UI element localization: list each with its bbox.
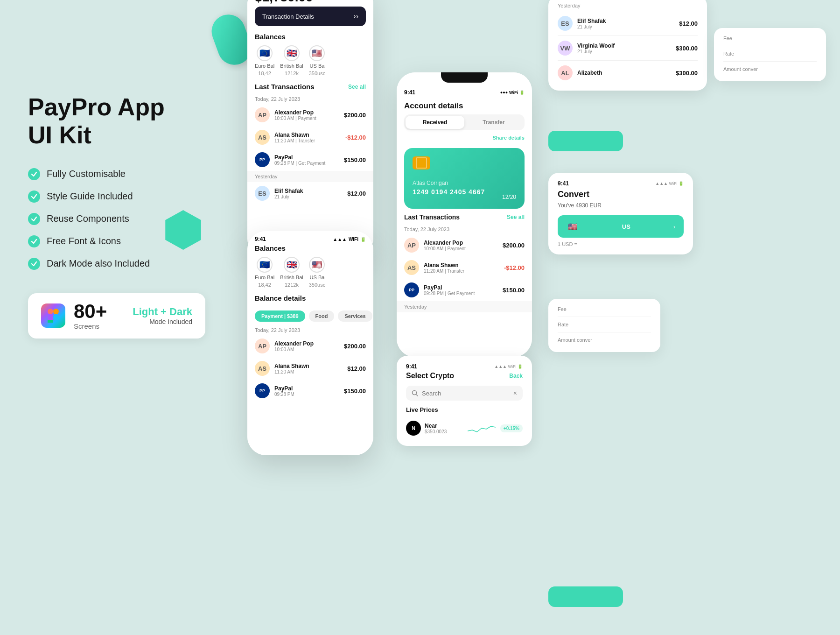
check-icon [28,258,40,270]
txn-3b: AS Alana Shawn 11:20 AM | Transfer -$12.… [397,256,532,279]
features-list: Fully Customisable Style Guide Included … [28,168,243,270]
filter-food[interactable]: Food [309,310,335,322]
filter-tabs: Payment | $389 Food Services Ren [247,307,373,325]
check-icon [28,235,40,247]
phone-balance: 9:41 ▲▲▲ WiFi 🔋 Balances 🇪🇺 Euro Bal 18,… [247,231,373,455]
flag-usd: 🇺🇸 [309,45,325,61]
crypto-item-near: N Near $350.0023 +0.15% [406,418,523,438]
filter-payment[interactable]: Payment | $389 [255,310,305,322]
flag-eur: 🇪🇺 [257,45,273,61]
phone-screen-3: 9:41 ●●●WiFi🔋 Account details Received T… [397,72,532,357]
near-icon: N [406,421,421,436]
txn-item-2b: AS Alana Shawn 11:20 AM $12.00 [247,357,373,380]
right-txn-alizabeth: AL Alizabeth $300.00 [558,63,698,83]
txn-3c: PP PayPal 09:28 PM | Get Payment $150.00 [397,279,532,301]
svg-line-6 [416,395,418,396]
date-label: Today, 22 July 2023 [247,94,373,104]
phone-screen-1: $1,730.00 Transaction Details ›› Balance… [247,0,373,257]
avatar-alex: AP [255,107,270,122]
svg-rect-4 [48,320,53,323]
svg-rect-1 [53,309,59,314]
svg-rect-2 [48,314,53,320]
avatar-alana: AS [255,130,270,145]
right-panel-convert: 9:41 ▲▲▲ WiFi 🔋 Convert You've 4930 EUR … [548,173,693,254]
account-title: Account details [397,98,532,114]
tab-received[interactable]: Received [406,116,464,129]
feature-item: Reuse Components [28,213,243,225]
phone-notch [441,72,488,83]
figma-badge: 80+ Screens Light + Dark Mode Included [28,293,205,339]
see-all-link-3[interactable]: See all [507,214,525,220]
check-icon [28,213,40,225]
convert-title: Convert [558,190,684,199]
hero-title: PayPro App UI Kit [28,93,243,149]
back-btn[interactable]: Back [509,373,523,379]
crypto-header: Select Crypto Back [406,372,523,380]
balances-title-2: Balances [247,244,373,257]
near-chart [468,422,496,435]
txn-item-2a: AP Alexander Pop 10:00 AM $200.00 [247,335,373,357]
account-tabs: Received Transfer [404,114,525,130]
amount-display: $1,730.00 [247,0,373,7]
feature-item: Style Guide Included [28,190,243,203]
date-label-2: Today, 22 July 2023 [247,325,373,335]
txn-item: PP PayPal 09:28 PM | Get Payment $150.00 [247,148,373,171]
feature-item: Dark Mode also Included [28,258,243,270]
date-label-3: Today, 22 July 2023 [397,225,532,234]
share-details-link[interactable]: Share details [397,135,532,144]
feature-item: Fully Customisable [28,168,243,180]
yesterday-header: Yesterday [558,3,698,8]
crypto-panel: 9:41 ▲▲▲ WiFi 🔋 Select Crypto Back × Liv… [397,356,532,446]
tab-transfer[interactable]: Transfer [464,116,523,129]
svg-point-3 [53,314,59,320]
right-panel-fee-top: Fee Rate Amount conver [714,28,826,81]
payment-card: Atlas Corrigan 1249 0194 2405 4667 12/20 [404,148,525,209]
see-all-link[interactable]: See all [348,84,366,90]
phone-account: 9:41 ●●●WiFi🔋 Account details Received T… [397,72,532,357]
txn-item: AP Alexander Pop 10:00 AM | Payment $200… [247,104,373,126]
card-chip [413,156,430,169]
badge-mode: Light + Dark Mode Included [133,306,192,325]
balance-item-gbp: 🇬🇧 British Bal 1212k [280,45,303,76]
phone-screen-2: 9:41 ▲▲▲ WiFi 🔋 Balances 🇪🇺 Euro Bal 18,… [247,231,373,455]
balance-item-eur: 🇪🇺 Euro Bal 18,42 [255,45,274,76]
crypto-search-input[interactable] [422,390,510,397]
svg-rect-0 [48,309,53,314]
badge-screens: 80+ Screens [74,302,107,330]
search-icon [412,390,418,396]
feature-item: Free Font & Icons [28,235,243,247]
crypto-search: × [406,386,523,401]
check-icon [28,190,40,203]
balances-title: Balances [247,33,373,45]
balance-details-title: Balance details [247,294,373,307]
txn-3a: AP Alexander Pop 10:00 AM | Payment $200… [397,234,532,256]
right-panel-yesterday: Yesterday ES Elif Shafak 21 July $12.00 … [548,0,707,91]
yesterday-3: Yesterday [397,301,532,312]
txn-item: AS Alana Shawn 11:20 AM | Transfer -$12.… [247,126,373,148]
balance-item-usd: 🇺🇸 US Ba 350usc [309,45,325,76]
txn-item-yesterday: ES Elif Shafak 21 July $12.00 [247,182,373,205]
yesterday-label: Yesterday [247,171,373,182]
rate-text: 1 USD = [558,241,684,247]
convert-currency-btn[interactable]: 🇺🇸 US › [558,215,684,238]
filter-services[interactable]: Services [338,310,372,322]
balance-row: 🇪🇺 Euro Bal 18,42 🇬🇧 British Bal 1212k 🇺… [247,45,373,83]
hero-section: PayPro App UI Kit Fully Customisable Sty… [28,93,243,339]
avatar-elif: ES [255,186,270,201]
last-txns-header: Last Transactions See all [397,213,532,225]
teal-action-btn[interactable] [548,131,623,151]
check-icon [28,168,40,180]
right-txn-virginia: VW Virginia Woolf 21 July $300.00 [558,38,698,58]
flag-gbp: 🇬🇧 [284,45,300,61]
teal-bottom-btn[interactable] [548,586,623,607]
right-panel-fee-bottom: Fee Rate Amount conver [548,299,660,352]
phone-transaction: $1,730.00 Transaction Details ›› Balance… [247,0,373,257]
clear-search-icon[interactable]: × [513,389,517,397]
convert-subtitle: You've 4930 EUR [558,202,684,209]
figma-logo [41,303,65,328]
avatar-paypal: PP [255,152,270,167]
transaction-details-btn[interactable]: Transaction Details ›› [255,7,366,26]
txn-item-2c: PP PayPal 09:28 PM $150.00 [247,380,373,402]
live-prices-title: Live Prices [406,406,523,413]
balance-row-2: 🇪🇺 Euro Bal 18,42 🇬🇧 British Bal 1212k 🇺… [247,257,373,294]
